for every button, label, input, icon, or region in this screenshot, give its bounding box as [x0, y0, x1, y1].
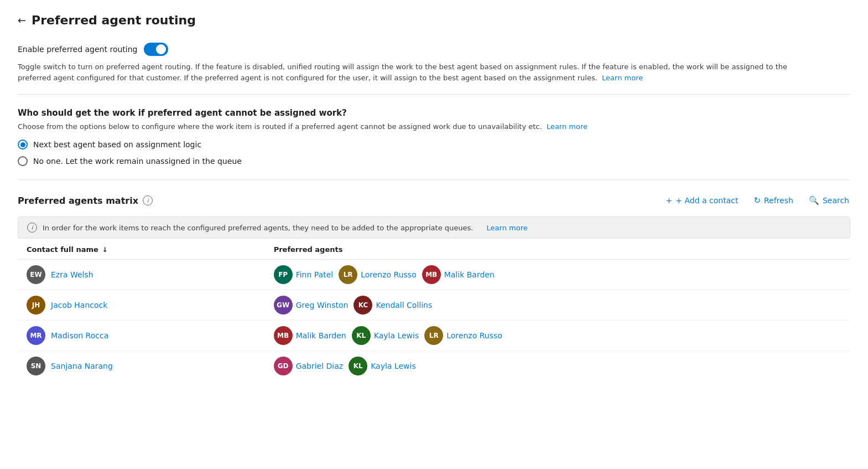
routing-learn-more[interactable]: Learn more [547, 122, 588, 131]
contact-name-link[interactable]: Sanjana Narang [51, 362, 113, 370]
contact-avatar: EW [27, 265, 45, 284]
notice-info-icon: i [27, 223, 37, 233]
table-row: JH Jacob Hancock GW Greg Winston KC Kend… [18, 290, 850, 321]
search-label: Search [823, 196, 849, 205]
contact-cell: EW Ezra Welsh [18, 260, 265, 290]
enable-toggle[interactable] [144, 43, 168, 56]
matrix-table: Contact full name ↓ Preferred agents EW … [18, 239, 850, 381]
matrix-title-row: Preferred agents matrix i [18, 195, 153, 206]
agent-name-link[interactable]: Malik Barden [444, 270, 495, 279]
enable-desc-text: Toggle switch to turn on preferred agent… [18, 63, 787, 82]
notice-learn-more[interactable]: Learn more [487, 224, 528, 232]
table-header-row: Contact full name ↓ Preferred agents [18, 239, 850, 260]
agents-list: FP Finn Patel LR Lorenzo Russo MB Malik … [274, 265, 841, 284]
agent-avatar: KL [352, 326, 371, 345]
agent-chip: LR Lorenzo Russo [424, 326, 502, 345]
agents-cell: GW Greg Winston KC Kendall Collins [265, 290, 850, 321]
page-title: Preferred agent routing [32, 13, 196, 27]
agent-chip: KL Kayla Lewis [352, 326, 419, 345]
matrix-info-icon: i [143, 195, 153, 205]
radio-circle-next-best [18, 140, 28, 150]
agent-name-link[interactable]: Finn Patel [296, 270, 334, 279]
agents-cell: FP Finn Patel LR Lorenzo Russo MB Malik … [265, 260, 850, 290]
notice-text: In order for the work items to reach the… [43, 224, 473, 232]
search-button[interactable]: 🔍 Search [808, 193, 850, 208]
agent-chip: FP Finn Patel [274, 265, 334, 284]
contact-cell: MR Madison Rocca [18, 321, 265, 351]
enable-row: Enable preferred agent routing [18, 43, 850, 56]
radio-label-next-best: Next best agent based on assignment logi… [33, 140, 201, 149]
agent-name-link[interactable]: Gabriel Diaz [296, 362, 344, 370]
radio-circle-no-one [18, 156, 28, 166]
notice-bar: i In order for the work items to reach t… [18, 217, 850, 239]
agent-name-link[interactable]: Kendall Collins [376, 301, 432, 310]
agent-chip: LR Lorenzo Russo [339, 265, 417, 284]
page-header: ← Preferred agent routing [18, 13, 850, 27]
matrix-actions: + + Add a contact ↻ Refresh 🔍 Search [665, 193, 850, 208]
enable-section: Enable preferred agent routing Toggle sw… [18, 43, 850, 95]
routing-desc-text: Choose from the options below to configu… [18, 122, 542, 131]
routing-section: Who should get the work if preferred age… [18, 95, 850, 180]
routing-desc: Choose from the options below to configu… [18, 122, 850, 131]
agents-list: MB Malik Barden KL Kayla Lewis LR Lorenz… [274, 326, 841, 345]
agent-chip: GW Greg Winston [274, 296, 349, 315]
table-row: SN Sanjana Narang GD Gabriel Diaz KL Kay… [18, 351, 850, 382]
agent-avatar: LR [424, 326, 443, 345]
agents-cell: GD Gabriel Diaz KL Kayla Lewis [265, 351, 850, 382]
agent-avatar: MB [274, 326, 293, 345]
agents-cell: MB Malik Barden KL Kayla Lewis LR Lorenz… [265, 321, 850, 351]
add-contact-button[interactable]: + + Add a contact [665, 194, 740, 207]
contact-avatar: SN [27, 357, 45, 375]
contact-name-link[interactable]: Madison Rocca [51, 331, 108, 340]
agent-avatar: MB [422, 265, 441, 284]
agent-name-link[interactable]: Lorenzo Russo [361, 270, 417, 279]
table-row: EW Ezra Welsh FP Finn Patel LR Lorenzo R… [18, 260, 850, 290]
agent-chip: KL Kayla Lewis [349, 357, 416, 375]
back-button[interactable]: ← [18, 14, 26, 26]
agent-avatar: GD [274, 357, 293, 375]
agent-chip: KC Kendall Collins [354, 296, 432, 315]
contact-info: JH Jacob Hancock [27, 296, 256, 315]
refresh-button[interactable]: ↻ Refresh [752, 193, 794, 208]
contact-cell: SN Sanjana Narang [18, 351, 265, 382]
agent-avatar: KL [349, 357, 367, 375]
matrix-header: Preferred agents matrix i + + Add a cont… [18, 193, 850, 208]
agent-avatar: LR [339, 265, 357, 284]
contact-avatar: JH [27, 296, 45, 315]
enable-description: Toggle switch to turn on preferred agent… [18, 61, 792, 83]
agent-avatar: KC [354, 296, 372, 315]
page-container: ← Preferred agent routing Enable preferr… [0, 0, 868, 469]
matrix-title: Preferred agents matrix [18, 195, 138, 206]
agent-avatar: FP [274, 265, 293, 284]
radio-label-no-one: No one. Let the work remain unassigned i… [33, 157, 242, 166]
agent-name-link[interactable]: Kayla Lewis [371, 362, 416, 370]
agent-name-link[interactable]: Greg Winston [296, 301, 349, 310]
enable-label: Enable preferred agent routing [18, 45, 137, 54]
agents-list: GW Greg Winston KC Kendall Collins [274, 296, 841, 315]
radio-no-one[interactable]: No one. Let the work remain unassigned i… [18, 156, 850, 166]
search-icon: 🔍 [809, 195, 819, 205]
agent-name-link[interactable]: Malik Barden [296, 331, 346, 340]
matrix-section: Preferred agents matrix i + + Add a cont… [18, 180, 850, 381]
contact-name-link[interactable]: Ezra Welsh [51, 270, 93, 279]
agent-avatar: GW [274, 296, 293, 315]
contact-info: SN Sanjana Narang [27, 357, 256, 375]
contact-name-link[interactable]: Jacob Hancock [51, 301, 107, 310]
col-agents: Preferred agents [265, 239, 850, 260]
routing-title: Who should get the work if preferred age… [18, 108, 850, 118]
table-row: MR Madison Rocca MB Malik Barden KL Kayl… [18, 321, 850, 351]
radio-next-best[interactable]: Next best agent based on assignment logi… [18, 140, 850, 150]
agent-chip: MB Malik Barden [422, 265, 495, 284]
col-contact: Contact full name ↓ [18, 239, 265, 260]
agents-list: GD Gabriel Diaz KL Kayla Lewis [274, 357, 841, 375]
enable-learn-more[interactable]: Learn more [602, 74, 643, 82]
agent-name-link[interactable]: Kayla Lewis [374, 331, 419, 340]
contact-info: EW Ezra Welsh [27, 265, 256, 284]
routing-radio-group: Next best agent based on assignment logi… [18, 140, 850, 166]
add-contact-icon: + [666, 196, 673, 205]
refresh-label: Refresh [764, 196, 793, 205]
sort-arrow-icon: ↓ [102, 246, 107, 254]
col-contact-label: Contact full name [27, 245, 98, 254]
agent-name-link[interactable]: Lorenzo Russo [446, 331, 502, 340]
agent-chip: MB Malik Barden [274, 326, 346, 345]
